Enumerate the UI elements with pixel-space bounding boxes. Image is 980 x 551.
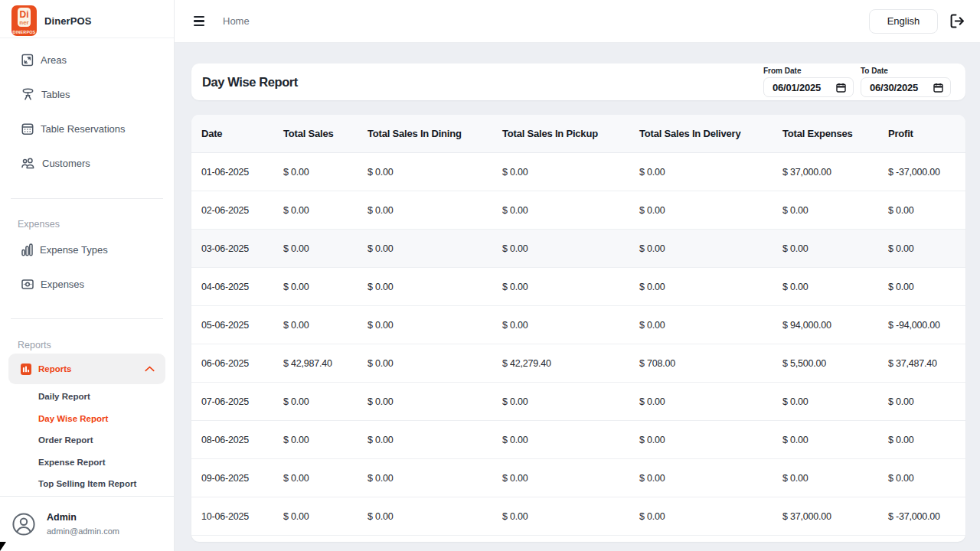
svg-text:ner: ner <box>19 19 28 26</box>
svg-text:DINERPOS: DINERPOS <box>13 30 36 34</box>
